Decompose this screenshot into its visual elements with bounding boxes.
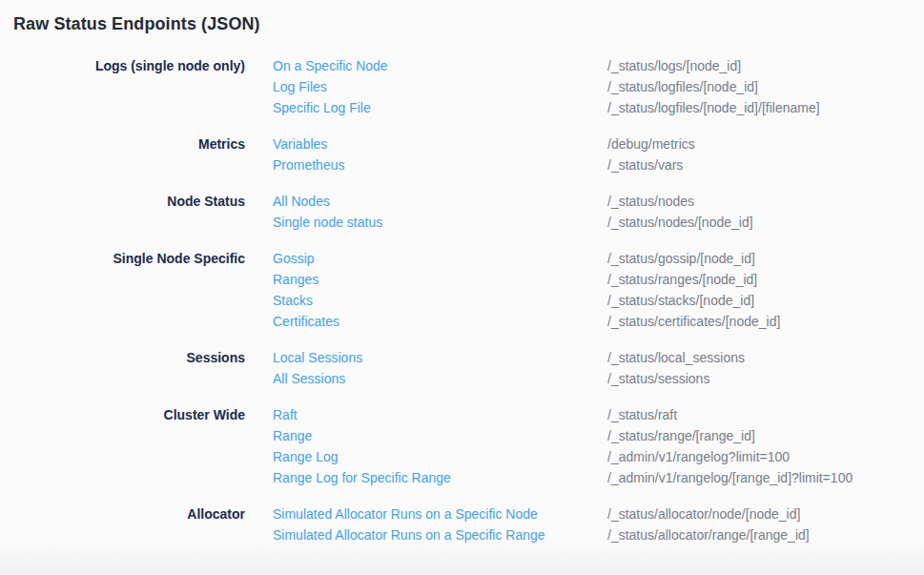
endpoint-link[interactable]: All Nodes bbox=[273, 191, 607, 212]
endpoint-row: Simulated Allocator Runs on a Specific N… bbox=[273, 503, 924, 524]
category-label: Single Node Specific bbox=[0, 248, 245, 332]
endpoint-link[interactable]: Prometheus bbox=[273, 154, 607, 175]
endpoint-group: Node Status All Nodes/_status/nodesSingl… bbox=[0, 191, 924, 233]
endpoint-path: /_status/raft bbox=[607, 404, 677, 425]
page-title: Raw Status Endpoints (JSON) bbox=[13, 14, 924, 34]
endpoint-path: /_status/certificates/[node_id] bbox=[607, 311, 780, 332]
endpoint-rows: All Nodes/_status/nodesSingle node statu… bbox=[273, 191, 924, 233]
endpoint-link[interactable]: Stacks bbox=[273, 290, 607, 311]
endpoint-row: Gossip/_status/gossip/[node_id] bbox=[273, 248, 924, 269]
endpoint-group: Allocator Simulated Allocator Runs on a … bbox=[0, 503, 924, 545]
endpoint-row: Ranges/_status/ranges/[node_id] bbox=[273, 269, 924, 290]
endpoint-link[interactable]: Single node status bbox=[273, 212, 607, 233]
endpoint-link[interactable]: Range bbox=[273, 425, 607, 446]
endpoint-link[interactable]: Range Log bbox=[273, 446, 607, 467]
endpoint-row: Variables/debug/metrics bbox=[273, 133, 924, 154]
endpoint-row: Stacks/_status/stacks/[node_id] bbox=[273, 290, 924, 311]
endpoint-group: Metrics Variables/debug/metricsPrometheu… bbox=[0, 133, 924, 175]
category-label: Allocator bbox=[0, 503, 245, 545]
endpoint-link[interactable]: Range Log for Specific Range bbox=[273, 467, 607, 488]
endpoint-rows: Variables/debug/metricsPrometheus/_statu… bbox=[273, 133, 924, 175]
endpoint-path: /_status/gossip/[node_id] bbox=[607, 248, 755, 269]
endpoint-rows: Gossip/_status/gossip/[node_id]Ranges/_s… bbox=[273, 248, 924, 332]
endpoint-row: Specific Log File/_status/logfiles/[node… bbox=[273, 97, 924, 118]
endpoint-path: /_status/vars bbox=[607, 154, 683, 175]
category-label: Metrics bbox=[0, 133, 245, 175]
endpoint-row: On a Specific Node/_status/logs/[node_id… bbox=[273, 55, 924, 76]
endpoint-link[interactable]: Simulated Allocator Runs on a Specific N… bbox=[273, 503, 607, 524]
endpoint-link[interactable]: Gossip bbox=[273, 248, 607, 269]
endpoint-link[interactable]: Ranges bbox=[273, 269, 607, 290]
endpoint-row: Certificates/_status/certificates/[node_… bbox=[273, 311, 924, 332]
endpoint-path: /_status/local_sessions bbox=[607, 347, 745, 368]
endpoint-row: All Nodes/_status/nodes bbox=[273, 191, 924, 212]
endpoint-path: /debug/metrics bbox=[607, 133, 695, 154]
endpoint-row: Range Log for Specific Range/_admin/v1/r… bbox=[273, 467, 924, 488]
category-label: Sessions bbox=[0, 347, 245, 389]
endpoint-path: /_status/allocator/range/[range_id] bbox=[607, 524, 810, 545]
endpoint-path: /_status/stacks/[node_id] bbox=[607, 290, 754, 311]
endpoint-path: /_status/nodes/[node_id] bbox=[607, 212, 753, 233]
category-label: Cluster Wide bbox=[0, 404, 245, 488]
endpoint-link[interactable]: Variables bbox=[273, 133, 607, 154]
endpoint-row: Local Sessions/_status/local_sessions bbox=[273, 347, 924, 368]
endpoint-row: Prometheus/_status/vars bbox=[273, 154, 924, 175]
endpoint-path: /_status/allocator/node/[node_id] bbox=[607, 503, 800, 524]
endpoint-rows: Raft/_status/raftRange/_status/range/[ra… bbox=[273, 404, 924, 488]
endpoint-link[interactable]: All Sessions bbox=[273, 368, 607, 389]
endpoint-link[interactable]: Specific Log File bbox=[273, 97, 607, 118]
endpoint-group: Sessions Local Sessions/_status/local_se… bbox=[0, 347, 924, 389]
endpoint-group: Single Node Specific Gossip/_status/goss… bbox=[0, 248, 924, 332]
endpoint-row: All Sessions/_status/sessions bbox=[273, 368, 924, 389]
endpoint-row: Simulated Allocator Runs on a Specific R… bbox=[273, 524, 924, 545]
endpoint-group: Cluster Wide Raft/_status/raftRange/_sta… bbox=[0, 404, 924, 488]
category-label: Logs (single node only) bbox=[0, 55, 245, 118]
endpoint-link[interactable]: Raft bbox=[273, 404, 607, 425]
endpoint-path: /_admin/v1/rangelog?limit=100 bbox=[607, 446, 790, 467]
endpoint-rows: Simulated Allocator Runs on a Specific N… bbox=[273, 503, 924, 545]
endpoint-path: /_status/logs/[node_id] bbox=[607, 55, 741, 76]
endpoint-path: /_status/logfiles/[node_id]/[filename] bbox=[607, 97, 820, 118]
endpoint-rows: On a Specific Node/_status/logs/[node_id… bbox=[273, 55, 924, 118]
endpoint-group: Logs (single node only) On a Specific No… bbox=[0, 55, 924, 118]
endpoint-link[interactable]: On a Specific Node bbox=[273, 55, 607, 76]
endpoint-table: Logs (single node only) On a Specific No… bbox=[0, 55, 924, 545]
endpoint-row: Range/_status/range/[range_id] bbox=[273, 425, 924, 446]
endpoint-row: Raft/_status/raft bbox=[273, 404, 924, 425]
endpoint-row: Log Files/_status/logfiles/[node_id] bbox=[273, 76, 924, 97]
category-label: Node Status bbox=[0, 191, 245, 233]
endpoint-row: Single node status/_status/nodes/[node_i… bbox=[273, 212, 924, 233]
endpoint-link[interactable]: Local Sessions bbox=[273, 347, 607, 368]
endpoint-rows: Local Sessions/_status/local_sessionsAll… bbox=[273, 347, 924, 389]
endpoint-path: /_status/nodes bbox=[607, 191, 694, 212]
endpoint-path: /_status/range/[range_id] bbox=[607, 425, 755, 446]
endpoint-link[interactable]: Simulated Allocator Runs on a Specific R… bbox=[273, 524, 607, 545]
endpoint-link[interactable]: Log Files bbox=[273, 76, 607, 97]
endpoint-path: /_status/ranges/[node_id] bbox=[607, 269, 757, 290]
endpoint-row: Range Log/_admin/v1/rangelog?limit=100 bbox=[273, 446, 924, 467]
endpoint-link[interactable]: Certificates bbox=[273, 311, 607, 332]
endpoint-path: /_status/sessions bbox=[607, 368, 709, 389]
endpoint-path: /_admin/v1/rangelog/[range_id]?limit=100 bbox=[607, 467, 852, 488]
endpoint-path: /_status/logfiles/[node_id] bbox=[607, 76, 758, 97]
